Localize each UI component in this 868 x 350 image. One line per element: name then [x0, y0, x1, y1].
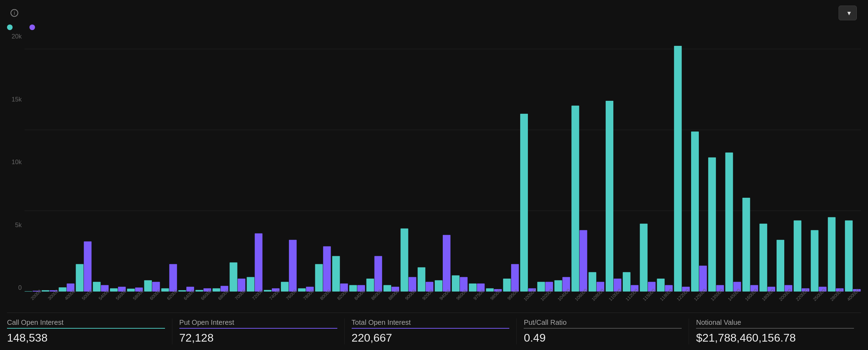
stat-value: 148,538	[7, 331, 165, 344]
svg-rect-73	[606, 101, 613, 292]
svg-rect-27	[213, 288, 220, 292]
chart-area: 20k15k10k5k0 200003000040000500005400056…	[7, 33, 861, 313]
stat-item: Put Open Interest72,128	[172, 318, 345, 344]
svg-rect-85	[708, 158, 716, 292]
svg-rect-69	[571, 106, 579, 292]
svg-rect-71	[588, 272, 596, 292]
svg-rect-93	[777, 240, 784, 292]
svg-rect-65	[537, 282, 545, 292]
stat-value: 72,128	[179, 331, 337, 344]
svg-rect-67	[554, 280, 562, 292]
y-axis-label: 0	[18, 284, 22, 292]
svg-rect-59	[486, 288, 494, 292]
svg-rect-39	[315, 264, 323, 292]
svg-rect-63	[520, 114, 528, 292]
stat-value: $21,788,460,156.78	[696, 331, 854, 344]
svg-rect-29	[230, 262, 237, 292]
stat-underline	[524, 328, 682, 329]
stat-underline	[7, 328, 165, 329]
puts-dot	[29, 24, 35, 30]
svg-rect-45	[366, 279, 374, 292]
y-axis-label: 15k	[12, 96, 22, 103]
y-axis-label: 10k	[12, 159, 22, 166]
svg-rect-41	[332, 256, 340, 292]
svg-rect-31	[247, 277, 254, 292]
svg-rect-36	[289, 240, 297, 292]
svg-rect-62	[511, 264, 519, 292]
title-area: i	[7, 9, 18, 17]
svg-rect-32	[255, 233, 262, 292]
svg-rect-87	[725, 153, 733, 292]
info-icon[interactable]: i	[11, 9, 18, 17]
legend-calls	[7, 24, 15, 30]
svg-rect-95	[794, 220, 801, 292]
stat-label: Call Open Interest	[7, 318, 165, 327]
stat-underline	[352, 328, 510, 329]
stat-label: Total Open Interest	[352, 318, 510, 327]
svg-rect-57	[469, 284, 477, 292]
stat-item: Call Open Interest148,538	[7, 318, 172, 344]
legend-puts	[29, 24, 38, 30]
stat-value: 220,667	[352, 331, 510, 344]
chevron-down-icon: ▾	[847, 9, 851, 17]
stat-label: Notional Value	[696, 318, 854, 327]
svg-rect-46	[374, 256, 382, 292]
svg-rect-97	[811, 230, 819, 292]
stats-row: Call Open Interest148,538Put Open Intere…	[7, 313, 861, 350]
stat-item: Total Open Interest220,667	[345, 318, 517, 344]
svg-rect-43	[349, 285, 357, 292]
stat-item: Put/Call Ratio0.49	[517, 318, 689, 344]
svg-rect-54	[443, 235, 450, 292]
y-axis: 20k15k10k5k0	[7, 33, 25, 292]
svg-rect-35	[281, 282, 289, 292]
expiration-dropdown[interactable]: ▾	[839, 6, 857, 20]
stat-label: Put Open Interest	[179, 318, 337, 327]
svg-rect-89	[742, 198, 750, 292]
svg-rect-99	[828, 217, 835, 292]
y-axis-label: 5k	[15, 222, 22, 229]
svg-rect-79	[657, 279, 664, 292]
svg-rect-91	[759, 224, 767, 292]
svg-rect-40	[323, 246, 331, 292]
svg-rect-37	[298, 288, 306, 292]
svg-rect-55	[452, 275, 460, 292]
svg-rect-47	[384, 285, 391, 292]
stat-value: 0.49	[524, 331, 682, 344]
chart-header: i ▾	[7, 6, 861, 20]
svg-rect-77	[640, 224, 648, 292]
stat-item: Notional Value$21,788,460,156.78	[689, 318, 861, 344]
svg-rect-53	[435, 280, 442, 292]
svg-rect-70	[579, 230, 587, 292]
svg-rect-11	[76, 264, 83, 292]
svg-rect-101	[845, 220, 853, 292]
stat-underline	[179, 328, 337, 329]
svg-rect-83	[691, 132, 699, 292]
svg-rect-19	[144, 280, 152, 292]
stat-underline	[696, 328, 854, 329]
bar-chart	[25, 33, 861, 292]
calls-dot	[7, 24, 13, 30]
svg-rect-75	[623, 272, 631, 292]
svg-rect-81	[674, 46, 682, 292]
x-axis: 2000030000400005000054000560005800060000…	[25, 292, 861, 313]
header-controls: ▾	[839, 6, 861, 20]
svg-rect-61	[503, 279, 511, 292]
svg-rect-49	[400, 229, 408, 292]
stat-label: Put/Call Ratio	[524, 318, 682, 327]
x-labels-container: 2000030000400005000054000560005800060000…	[25, 293, 861, 298]
y-axis-label: 20k	[12, 33, 22, 40]
svg-rect-12	[84, 241, 91, 292]
svg-rect-51	[418, 267, 425, 292]
chart-legend	[7, 24, 861, 30]
chart-inner	[25, 33, 861, 292]
